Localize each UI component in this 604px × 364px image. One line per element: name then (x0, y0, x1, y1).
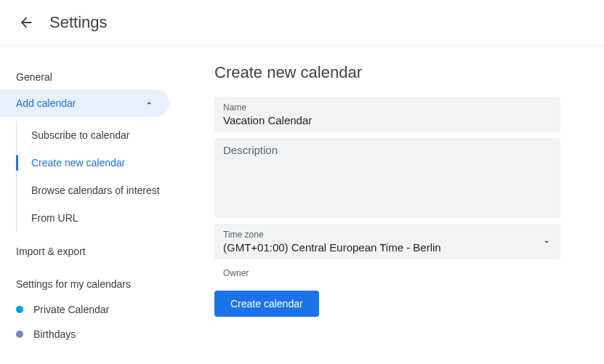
page-title: Settings (49, 13, 108, 32)
calendar-item-private[interactable]: Private Calendar (0, 297, 185, 322)
description-label: Description (223, 144, 552, 156)
name-label: Name (223, 102, 552, 113)
create-calendar-button[interactable]: Create calendar (214, 291, 319, 317)
name-field[interactable]: Name (214, 97, 560, 132)
sidebar-item-label: Add calendar (16, 97, 76, 109)
my-calendars-heading: Settings for my calendars (0, 264, 185, 297)
calendar-item-label: Birthdays (33, 328, 76, 340)
description-field[interactable]: Description (214, 138, 560, 218)
sidebar-item-import-export[interactable]: Import & export (0, 239, 185, 264)
main-heading: Create new calendar (214, 63, 560, 82)
sub-item-browse[interactable]: Browse calendars of interest (17, 177, 185, 204)
timezone-value: (GMT+01:00) Central European Time - Berl… (223, 241, 541, 254)
timezone-label: Time zone (223, 230, 541, 240)
name-input[interactable] (223, 114, 552, 126)
owner-label: Owner (223, 268, 552, 278)
owner-block: Owner (214, 265, 560, 291)
sub-item-from-url[interactable]: From URL (17, 204, 185, 232)
calendar-dot-icon (16, 306, 23, 313)
main-panel: Create new calendar Name Description Tim… (185, 46, 604, 347)
calendar-dot-icon (16, 331, 23, 338)
chevron-up-icon (143, 97, 155, 109)
sub-item-create-new[interactable]: Create new calendar (17, 149, 185, 177)
calendar-item-label: Private Calendar (33, 304, 109, 315)
arrow-left-icon (18, 15, 34, 31)
header: Settings (0, 0, 604, 46)
sidebar-item-general[interactable]: General (0, 65, 185, 89)
sidebar: General Add calendar Subscribe to calend… (0, 46, 185, 347)
timezone-field[interactable]: Time zone (GMT+01:00) Central European T… (214, 224, 560, 259)
back-button[interactable] (17, 14, 35, 31)
sub-item-subscribe[interactable]: Subscribe to calendar (17, 121, 185, 149)
dropdown-arrow-icon (541, 237, 552, 247)
add-calendar-submenu: Subscribe to calendar Create new calenda… (16, 121, 185, 232)
calendar-item-birthdays[interactable]: Birthdays (0, 322, 185, 347)
sidebar-item-add-calendar[interactable]: Add calendar (0, 89, 169, 117)
